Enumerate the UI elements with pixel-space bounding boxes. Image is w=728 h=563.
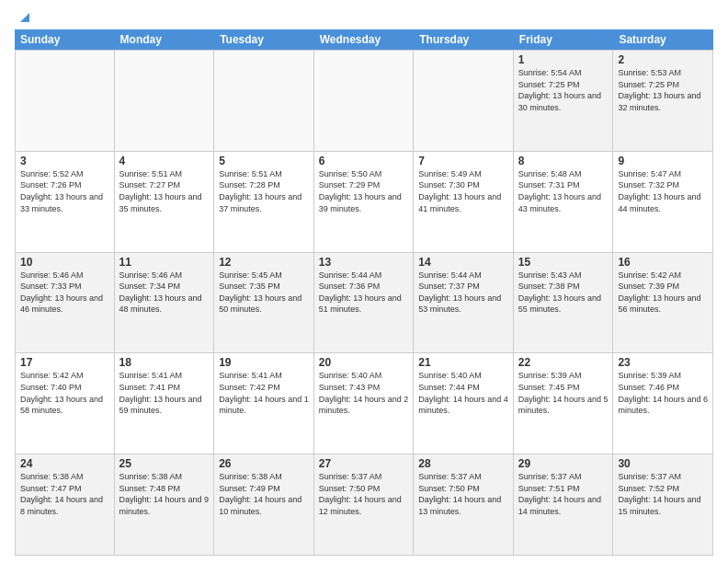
- day-number: 7: [418, 155, 508, 167]
- day-info: Sunrise: 5:42 AMSunset: 7:39 PMDaylight:…: [618, 270, 708, 316]
- day-info: Sunrise: 5:51 AMSunset: 7:27 PMDaylight:…: [119, 168, 210, 214]
- day-number: 1: [518, 53, 609, 66]
- header: [15, 11, 713, 26]
- weekday-header-thursday: Thursday: [414, 29, 514, 50]
- day-cell-5: 5Sunrise: 5:51 AMSunset: 7:28 PMDaylight…: [214, 152, 314, 252]
- day-info: Sunrise: 5:44 AMSunset: 7:36 PMDaylight:…: [319, 270, 409, 316]
- day-cell-23: 23Sunrise: 5:39 AMSunset: 7:46 PMDayligh…: [613, 353, 713, 454]
- weekday-header-friday: Friday: [514, 29, 614, 50]
- day-info: Sunrise: 5:48 AMSunset: 7:31 PMDaylight:…: [518, 168, 609, 214]
- day-cell-6: 6Sunrise: 5:50 AMSunset: 7:29 PMDaylight…: [314, 152, 415, 252]
- day-number: 26: [219, 457, 309, 470]
- weekday-header-wednesday: Wednesday: [314, 29, 415, 50]
- day-cell-7: 7Sunrise: 5:49 AMSunset: 7:30 PMDaylight…: [414, 152, 514, 252]
- day-number: 27: [319, 457, 409, 470]
- day-cell-18: 18Sunrise: 5:41 AMSunset: 7:41 PMDayligh…: [115, 353, 215, 454]
- day-number: 11: [119, 256, 210, 269]
- day-cell-21: 21Sunrise: 5:40 AMSunset: 7:44 PMDayligh…: [414, 353, 514, 454]
- calendar-body: 1Sunrise: 5:54 AMSunset: 7:25 PMDaylight…: [15, 50, 713, 556]
- day-info: Sunrise: 5:38 AMSunset: 7:48 PMDaylight:…: [119, 471, 210, 517]
- day-cell-15: 15Sunrise: 5:43 AMSunset: 7:38 PMDayligh…: [514, 253, 614, 353]
- day-info: Sunrise: 5:40 AMSunset: 7:44 PMDaylight:…: [418, 370, 508, 416]
- day-info: Sunrise: 5:38 AMSunset: 7:49 PMDaylight:…: [219, 471, 309, 517]
- day-info: Sunrise: 5:50 AMSunset: 7:29 PMDaylight:…: [319, 168, 409, 214]
- day-cell-17: 17Sunrise: 5:42 AMSunset: 7:40 PMDayligh…: [15, 353, 115, 454]
- day-cell-29: 29Sunrise: 5:37 AMSunset: 7:51 PMDayligh…: [514, 454, 614, 555]
- day-number: 4: [119, 155, 210, 167]
- logo-triangle-icon: [17, 9, 33, 26]
- day-info: Sunrise: 5:53 AMSunset: 7:25 PMDaylight:…: [618, 67, 708, 113]
- day-number: 18: [119, 356, 210, 369]
- day-number: 15: [518, 256, 609, 269]
- day-number: 17: [20, 356, 109, 369]
- day-number: 9: [618, 155, 708, 167]
- day-number: 12: [219, 256, 309, 269]
- day-number: 6: [319, 155, 409, 167]
- day-cell-1: 1Sunrise: 5:54 AMSunset: 7:25 PMDaylight…: [514, 51, 614, 151]
- day-cell-16: 16Sunrise: 5:42 AMSunset: 7:39 PMDayligh…: [613, 253, 713, 353]
- calendar-row-1: 3Sunrise: 5:52 AMSunset: 7:26 PMDaylight…: [15, 152, 713, 253]
- day-info: Sunrise: 5:44 AMSunset: 7:37 PMDaylight:…: [418, 270, 508, 316]
- day-cell-28: 28Sunrise: 5:37 AMSunset: 7:50 PMDayligh…: [414, 454, 514, 555]
- calendar-row-2: 10Sunrise: 5:46 AMSunset: 7:33 PMDayligh…: [15, 253, 713, 354]
- day-info: Sunrise: 5:37 AMSunset: 7:51 PMDaylight:…: [518, 471, 609, 517]
- day-info: Sunrise: 5:41 AMSunset: 7:42 PMDaylight:…: [219, 370, 309, 416]
- calendar-row-4: 24Sunrise: 5:38 AMSunset: 7:47 PMDayligh…: [15, 454, 713, 556]
- day-cell-9: 9Sunrise: 5:47 AMSunset: 7:32 PMDaylight…: [613, 152, 713, 252]
- day-number: 20: [319, 356, 409, 369]
- day-cell-10: 10Sunrise: 5:46 AMSunset: 7:33 PMDayligh…: [15, 253, 115, 353]
- logo: [15, 11, 33, 26]
- day-cell-13: 13Sunrise: 5:44 AMSunset: 7:36 PMDayligh…: [314, 253, 415, 353]
- empty-cell-0-2: [214, 51, 314, 151]
- day-number: 29: [518, 457, 609, 470]
- day-info: Sunrise: 5:37 AMSunset: 7:50 PMDaylight:…: [319, 471, 409, 517]
- day-number: 22: [518, 356, 609, 369]
- day-cell-25: 25Sunrise: 5:38 AMSunset: 7:48 PMDayligh…: [115, 454, 215, 555]
- day-info: Sunrise: 5:43 AMSunset: 7:38 PMDaylight:…: [518, 270, 609, 316]
- day-number: 23: [618, 356, 708, 369]
- empty-cell-0-1: [115, 51, 215, 151]
- day-cell-8: 8Sunrise: 5:48 AMSunset: 7:31 PMDaylight…: [514, 152, 614, 252]
- day-number: 8: [518, 155, 609, 167]
- day-cell-11: 11Sunrise: 5:46 AMSunset: 7:34 PMDayligh…: [115, 253, 215, 353]
- day-info: Sunrise: 5:41 AMSunset: 7:41 PMDaylight:…: [119, 370, 210, 416]
- weekday-header-saturday: Saturday: [613, 29, 713, 50]
- day-info: Sunrise: 5:39 AMSunset: 7:45 PMDaylight:…: [518, 370, 609, 416]
- day-number: 2: [618, 53, 708, 66]
- empty-cell-0-3: [314, 51, 415, 151]
- day-info: Sunrise: 5:46 AMSunset: 7:34 PMDaylight:…: [119, 270, 210, 316]
- day-number: 3: [20, 155, 109, 167]
- day-number: 24: [20, 457, 109, 470]
- day-number: 14: [418, 256, 508, 269]
- empty-cell-0-0: [15, 51, 115, 151]
- day-cell-27: 27Sunrise: 5:37 AMSunset: 7:50 PMDayligh…: [314, 454, 415, 555]
- day-info: Sunrise: 5:49 AMSunset: 7:30 PMDaylight:…: [418, 168, 508, 214]
- day-cell-24: 24Sunrise: 5:38 AMSunset: 7:47 PMDayligh…: [15, 454, 115, 555]
- weekday-header-tuesday: Tuesday: [214, 29, 314, 50]
- calendar: SundayMondayTuesdayWednesdayThursdayFrid…: [15, 29, 713, 556]
- day-cell-22: 22Sunrise: 5:39 AMSunset: 7:45 PMDayligh…: [514, 353, 614, 454]
- day-cell-12: 12Sunrise: 5:45 AMSunset: 7:35 PMDayligh…: [214, 253, 314, 353]
- day-number: 19: [219, 356, 309, 369]
- day-cell-2: 2Sunrise: 5:53 AMSunset: 7:25 PMDaylight…: [613, 51, 713, 151]
- day-number: 28: [418, 457, 508, 470]
- day-number: 16: [618, 256, 708, 269]
- day-number: 30: [618, 457, 708, 470]
- day-cell-20: 20Sunrise: 5:40 AMSunset: 7:43 PMDayligh…: [314, 353, 415, 454]
- day-info: Sunrise: 5:46 AMSunset: 7:33 PMDaylight:…: [20, 270, 109, 316]
- day-info: Sunrise: 5:37 AMSunset: 7:52 PMDaylight:…: [618, 471, 708, 517]
- day-info: Sunrise: 5:39 AMSunset: 7:46 PMDaylight:…: [618, 370, 708, 416]
- calendar-row-0: 1Sunrise: 5:54 AMSunset: 7:25 PMDaylight…: [15, 50, 713, 152]
- day-cell-4: 4Sunrise: 5:51 AMSunset: 7:27 PMDaylight…: [115, 152, 215, 252]
- empty-cell-0-4: [414, 51, 514, 151]
- day-number: 10: [20, 256, 109, 269]
- day-number: 5: [219, 155, 309, 167]
- weekday-header-monday: Monday: [115, 29, 215, 50]
- day-number: 13: [319, 256, 409, 269]
- day-number: 21: [418, 356, 508, 369]
- day-info: Sunrise: 5:38 AMSunset: 7:47 PMDaylight:…: [20, 471, 109, 517]
- day-info: Sunrise: 5:37 AMSunset: 7:50 PMDaylight:…: [418, 471, 508, 517]
- day-info: Sunrise: 5:40 AMSunset: 7:43 PMDaylight:…: [319, 370, 409, 416]
- page: SundayMondayTuesdayWednesdayThursdayFrid…: [0, 0, 728, 563]
- day-info: Sunrise: 5:52 AMSunset: 7:26 PMDaylight:…: [20, 168, 109, 214]
